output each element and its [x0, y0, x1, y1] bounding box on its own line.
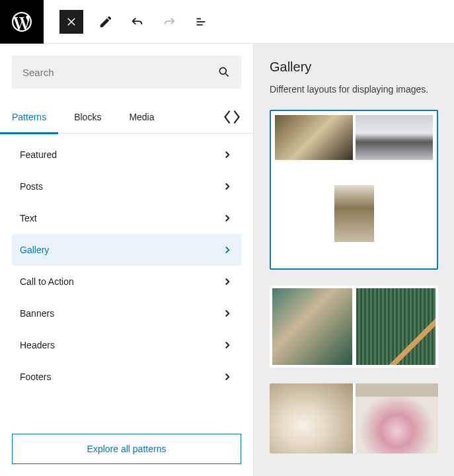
chevron-right-icon	[221, 149, 233, 161]
redo-button	[160, 13, 178, 31]
pattern-card[interactable]	[270, 286, 438, 368]
pattern-preview-panel: Gallery Different layouts for displaying…	[254, 44, 454, 476]
outline-icon	[194, 15, 208, 29]
category-headers[interactable]: Headers	[0, 329, 253, 361]
toolbar-controls	[44, 10, 210, 34]
chevron-right-icon	[221, 212, 233, 224]
pattern-thumbnail	[270, 383, 438, 454]
tab-media[interactable]: Media	[129, 100, 154, 134]
tab-patterns[interactable]: Patterns	[12, 100, 46, 134]
category-footers[interactable]: Footers	[0, 361, 253, 393]
preview-title: Gallery	[270, 60, 438, 75]
chevron-right-icon	[221, 244, 233, 256]
category-label: Banners	[20, 308, 54, 319]
category-featured[interactable]: Featured	[0, 139, 253, 171]
category-call-to-action[interactable]: Call to Action	[0, 266, 253, 298]
chevron-right-icon	[221, 371, 233, 383]
chevron-right-icon	[221, 339, 233, 351]
category-label: Call to Action	[20, 276, 74, 287]
search-input[interactable]	[22, 67, 217, 78]
pattern-card[interactable]	[270, 110, 438, 270]
edit-button[interactable]	[96, 13, 115, 31]
search-box[interactable]	[12, 56, 241, 89]
outline-button[interactable]	[192, 13, 210, 31]
category-label: Posts	[20, 181, 43, 192]
pencil-icon	[98, 15, 113, 29]
explore-all-patterns-button[interactable]: Explore all patterns	[12, 434, 241, 464]
undo-icon	[130, 15, 145, 29]
search-icon	[217, 65, 231, 79]
top-toolbar	[0, 0, 454, 44]
chevron-right-icon	[221, 180, 233, 192]
undo-button[interactable]	[128, 13, 147, 31]
close-button[interactable]	[59, 10, 83, 34]
category-label: Footers	[20, 372, 51, 382]
preview-description: Different layouts for displaying images.	[270, 83, 438, 97]
category-text[interactable]: Text	[0, 202, 253, 234]
pattern-categories: Featured Posts Text Gallery Call to Acti…	[0, 134, 253, 422]
tab-blocks[interactable]: Blocks	[74, 100, 101, 134]
category-label: Gallery	[20, 245, 49, 255]
category-label: Featured	[20, 149, 57, 160]
chevron-right-icon	[221, 276, 233, 288]
diamond-icon	[223, 108, 241, 126]
explore-container: Explore all patterns	[0, 422, 253, 476]
svg-point-5	[219, 67, 226, 74]
category-label: Headers	[20, 340, 55, 350]
inserter-sidebar: Patterns Blocks Media Featured Posts Tex…	[0, 44, 254, 476]
search-container	[0, 44, 253, 100]
chevron-right-icon	[221, 307, 233, 319]
inserter-tabs: Patterns Blocks Media	[0, 100, 253, 134]
redo-icon	[162, 15, 176, 29]
pattern-explorer-button[interactable]	[223, 108, 241, 126]
category-gallery[interactable]: Gallery	[12, 234, 241, 266]
main-area: Patterns Blocks Media Featured Posts Tex…	[0, 44, 454, 476]
category-posts[interactable]: Posts	[0, 171, 253, 202]
pattern-thumbnail	[270, 286, 438, 368]
wordpress-logo[interactable]	[0, 0, 44, 44]
category-banners[interactable]: Banners	[0, 298, 253, 329]
category-label: Text	[20, 213, 37, 223]
wordpress-icon	[10, 10, 34, 34]
pattern-card[interactable]	[270, 383, 438, 454]
pattern-thumbnail	[271, 111, 437, 268]
close-icon	[65, 16, 77, 28]
svg-line-6	[226, 74, 229, 77]
